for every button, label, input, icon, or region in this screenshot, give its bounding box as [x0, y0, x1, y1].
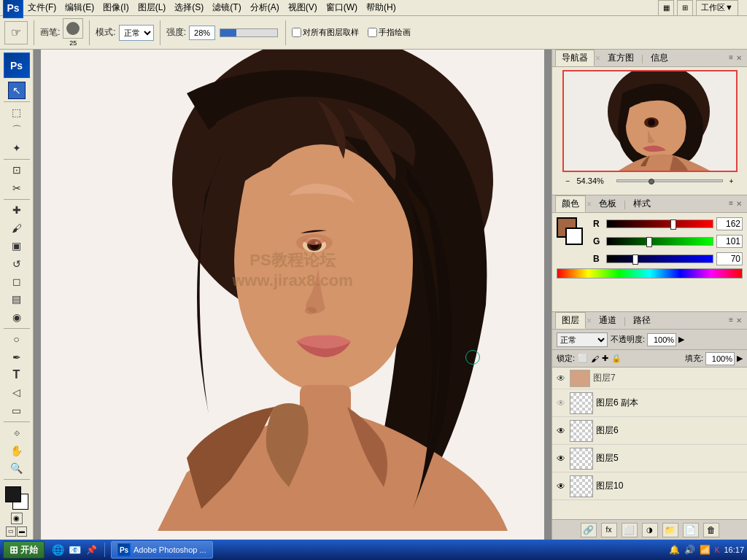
antivirus-icon[interactable]: K — [715, 546, 720, 554]
b-thumb[interactable] — [632, 254, 638, 265]
internet-explorer-icon[interactable]: 🌐 — [50, 542, 65, 557]
tool-3d[interactable]: ⟐ — [8, 424, 26, 441]
tab-styles[interactable]: 样式 — [627, 195, 657, 212]
r-thumb[interactable] — [670, 219, 676, 230]
layer-visibility-btn[interactable]: 👁 — [555, 481, 567, 492]
r-value[interactable] — [716, 217, 743, 230]
new-layer-btn[interactable]: 📄 — [683, 523, 699, 537]
lock-all[interactable]: 🔒 — [611, 354, 622, 363]
tool-lasso[interactable]: ⌒ — [8, 122, 26, 139]
tool-pen[interactable]: ✒ — [8, 349, 26, 365]
panel-btn-1[interactable]: ▦ — [658, 0, 674, 16]
color-options-arrow[interactable]: ≡ — [729, 199, 733, 209]
tab-swatches[interactable]: 色板 — [592, 195, 623, 212]
layers-panel-options[interactable]: ≡ ✕ — [729, 316, 744, 326]
navigator-panel-options[interactable]: ≡ ✕ — [729, 53, 744, 63]
start-button[interactable]: ⊞ 开始 — [3, 541, 44, 559]
g-value[interactable] — [716, 235, 743, 248]
color-swatches[interactable] — [4, 485, 30, 510]
tab-histogram[interactable]: 直方图 — [601, 50, 640, 66]
layers-options-arrow[interactable]: ≡ — [729, 316, 733, 326]
adjustment-layer-btn[interactable]: ◑ — [642, 523, 658, 537]
g-slider[interactable] — [606, 237, 713, 246]
opacity-arrow[interactable]: ▶ — [678, 335, 684, 344]
layer-mask-btn[interactable]: ⬜ — [622, 523, 638, 537]
network-icon[interactable]: 📶 — [700, 545, 711, 555]
lock-transparent[interactable]: ⬜ — [578, 354, 588, 363]
zoom-in-btn[interactable]: + — [726, 175, 738, 187]
strength-slider[interactable] — [220, 28, 278, 37]
tab-channels[interactable]: 通道 — [592, 312, 623, 329]
b-value[interactable] — [716, 252, 743, 265]
finger-paint-checkbox[interactable]: 手指绘画 — [368, 27, 411, 38]
photoshop-taskbar-item[interactable]: Ps Adobe Photoshop ... — [111, 541, 213, 559]
layers-close[interactable]: ✕ — [734, 316, 744, 326]
tool-shape[interactable]: ▭ — [8, 402, 26, 419]
layer-visibility-btn[interactable]: 👁 — [555, 453, 567, 464]
extra-icon[interactable]: 📌 — [84, 542, 98, 557]
tool-magic-wand[interactable]: ✦ — [8, 139, 26, 156]
b-slider[interactable] — [606, 254, 713, 263]
color-spectrum[interactable] — [557, 268, 743, 279]
tool-hand[interactable]: ✋ — [8, 442, 26, 459]
tool-move[interactable]: ↖ — [8, 82, 26, 98]
tool-text[interactable]: T — [8, 366, 26, 383]
navigator-options-arrow[interactable]: ≡ — [729, 53, 733, 63]
layer-item[interactable]: 👁 图层7 — [552, 368, 747, 389]
tab-layers[interactable]: 图层 — [555, 312, 586, 329]
fill-arrow[interactable]: ▶ — [737, 354, 743, 363]
bg-color-swatch[interactable] — [565, 228, 583, 245]
tool-marquee[interactable]: ⬚ — [8, 104, 26, 121]
tool-path-select[interactable]: ◁ — [8, 384, 26, 401]
tool-stamp[interactable]: ▣ — [8, 237, 26, 254]
quick-mask-btn[interactable]: ◉ — [11, 513, 23, 524]
email-icon[interactable]: 📧 — [67, 542, 82, 557]
zoom-out-btn[interactable]: − — [562, 175, 574, 187]
lock-position[interactable]: ✚ — [602, 354, 608, 363]
sample-all-layers-check[interactable] — [292, 28, 301, 37]
layer-visibility-btn[interactable]: 👁 — [555, 373, 567, 384]
screen-mode-full-menu[interactable]: ▬ — [17, 526, 27, 537]
r-slider[interactable] — [606, 219, 713, 228]
finger-paint-check[interactable] — [368, 28, 377, 37]
tool-zoom[interactable]: 🔍 — [8, 459, 26, 476]
layer-item[interactable]: 👁 图层6 副本 — [552, 389, 747, 417]
canvas-area[interactable]: PS教程论坛www.jirax8.com — [34, 50, 551, 540]
menu-select[interactable]: 选择(S) — [170, 0, 208, 15]
workspace-btn[interactable]: 工作区▼ — [696, 0, 738, 16]
menu-filter[interactable]: 滤镜(T) — [208, 0, 245, 15]
g-thumb[interactable] — [646, 237, 652, 247]
tab-navigator[interactable]: 导航器 — [555, 50, 595, 66]
menu-analysis[interactable]: 分析(A) — [246, 0, 284, 15]
lock-image[interactable]: 🖌 — [591, 354, 599, 363]
notification-icon[interactable]: 🔔 — [669, 545, 680, 555]
tool-blur[interactable]: ◉ — [8, 308, 26, 325]
layer-visibility-btn[interactable]: 👁 — [555, 425, 567, 437]
tab-info[interactable]: 信息 — [644, 50, 675, 66]
layer-visibility-btn[interactable]: 👁 — [555, 397, 567, 409]
brush-preview[interactable]: 25 — [63, 18, 83, 47]
menu-file[interactable]: 文件(F) — [23, 0, 61, 15]
tab-color[interactable]: 颜色 — [555, 195, 586, 212]
layer-item[interactable]: 👁 图层5 — [552, 445, 747, 472]
foreground-color[interactable] — [5, 486, 21, 502]
color-panel-options[interactable]: ≡ ✕ — [729, 199, 744, 209]
menu-layer[interactable]: 图层(L) — [133, 0, 171, 15]
strength-input[interactable] — [189, 26, 215, 40]
tool-gradient[interactable]: ▤ — [8, 291, 26, 308]
screen-mode-normal[interactable]: ▭ — [6, 526, 16, 537]
panel-btn-2[interactable]: ⊞ — [677, 0, 693, 16]
opacity-input[interactable] — [647, 333, 676, 346]
zoom-slider[interactable] — [616, 179, 723, 182]
tool-slice[interactable]: ✂ — [8, 179, 26, 196]
fill-input[interactable] — [705, 352, 735, 365]
delete-layer-btn[interactable]: 🗑 — [703, 523, 719, 537]
tool-heal[interactable]: ✚ — [8, 202, 26, 219]
menu-view[interactable]: 视图(V) — [284, 0, 322, 15]
layer-effects-btn[interactable]: fx — [601, 523, 617, 537]
tab-paths[interactable]: 路径 — [627, 312, 657, 329]
tool-dodge[interactable]: ○ — [8, 330, 26, 347]
new-group-btn[interactable]: 📁 — [662, 523, 678, 537]
layer-item[interactable]: 👁 图层10 — [552, 472, 747, 500]
blend-mode-select[interactable]: 正常 — [119, 25, 154, 41]
